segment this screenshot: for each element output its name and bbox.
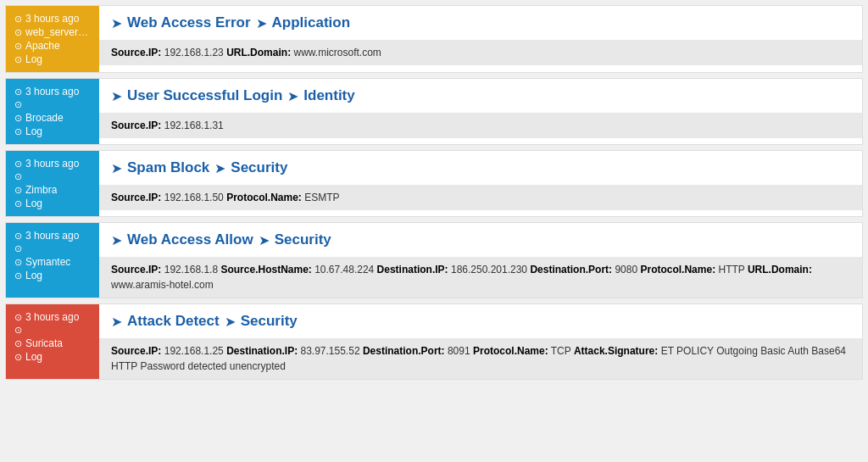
event-content: ➤ Web Access Allow ➤ Security Source.IP:… [99,223,862,298]
app-icon: ⊙ [14,257,22,268]
title-arrow-1: ➤ [111,232,122,248]
log-label: Log [25,351,42,363]
title-arrow-2: ➤ [287,88,298,104]
event-row[interactable]: ⊙3 hours ago⊙⊙Suricata⊙Log ➤ Attack Dete… [5,303,863,380]
sidebar-log: ⊙Log [14,198,91,209]
event-title-category: Identity [303,87,354,104]
field-label: Destination.Port: [530,264,612,276]
event-title-main: Spam Block [127,159,209,176]
event-detail-bar: Source.IP: 192.168.1.50 Protocol.Name: E… [99,185,862,210]
log-icon: ⊙ [14,270,22,281]
event-sidebar: ⊙3 hours ago⊙⊙Suricata⊙Log [6,304,99,379]
event-row[interactable]: ⊙3 hours ago⊙⊙Zimbra⊙Log ➤ Spam Block ➤ … [5,150,863,217]
field-value: ESMTP [304,192,339,203]
event-title-main: Attack Detect [127,313,220,330]
log-icon: ⊙ [14,198,22,209]
clock-icon: ⊙ [14,14,22,25]
title-arrow-2: ➤ [259,232,270,248]
app-icon: ⊙ [14,41,22,52]
event-detail-bar: Source.IP: 192.168.1.25 Destination.IP: … [99,338,862,379]
log-icon: ⊙ [14,352,22,363]
field-label: Source.HostName: [220,264,311,276]
event-title-category: Security [231,159,287,176]
event-title-bar[interactable]: ➤ User Successful Login ➤ Identity [99,79,862,113]
field-label: Source.IP: [111,345,161,357]
sidebar-time: ⊙3 hours ago [14,230,91,242]
title-arrow-1: ➤ [111,314,122,330]
field-label: URL.Domain: [748,264,812,276]
clock-icon: ⊙ [14,231,22,242]
title-arrow-2: ➤ [225,314,236,330]
event-row[interactable]: ⊙3 hours ago⊙⊙Brocade⊙Log ➤ User Success… [5,78,863,145]
event-detail-bar: Source.IP: 192.168.1.31 [99,113,862,138]
source-icon: ⊙ [14,243,22,254]
event-title-bar[interactable]: ➤ Spam Block ➤ Security [99,151,862,185]
event-content: ➤ Web Access Error ➤ Application Source.… [99,6,862,72]
field-value: www.aramis-hotel.com [111,279,214,291]
sidebar-app: ⊙Suricata [14,337,91,349]
event-title-bar[interactable]: ➤ Web Access Error ➤ Application [99,6,862,40]
sidebar-log: ⊙Log [14,53,91,65]
sidebar-log: ⊙Log [14,351,91,363]
field-value: 192.168.1.23 [164,47,224,58]
event-list: ⊙3 hours ago⊙web_server_mas⊙Apache⊙Log ➤… [0,0,868,385]
source-icon: ⊙ [14,99,22,110]
sidebar-app: ⊙Symantec [14,256,91,268]
source-icon: ⊙ [14,27,22,38]
event-sidebar: ⊙3 hours ago⊙⊙Zimbra⊙Log [6,151,99,216]
field-label: Destination.Port: [363,345,445,357]
event-content: ➤ User Successful Login ➤ Identity Sourc… [99,79,862,144]
event-row[interactable]: ⊙3 hours ago⊙⊙Symantec⊙Log ➤ Web Access … [5,222,863,298]
clock-icon: ⊙ [14,86,22,97]
field-label: Source.IP: [111,264,161,276]
sidebar-log: ⊙Log [14,270,91,281]
field-label: Protocol.Name: [473,345,548,357]
event-time: 3 hours ago [25,230,79,242]
field-label: Source.IP: [111,192,161,203]
app-name: Brocade [25,112,64,124]
event-time: 3 hours ago [25,86,79,97]
title-arrow-1: ➤ [111,15,122,31]
event-content: ➤ Attack Detect ➤ Security Source.IP: 19… [99,304,862,379]
field-value: 9080 [615,264,637,276]
app-name: Apache [25,40,60,52]
event-title-main: Web Access Allow [127,231,253,248]
event-title-category: Security [275,231,331,248]
field-value: 83.97.155.52 [300,345,359,357]
field-value: 192.168.1.50 [164,192,224,203]
event-detail-bar: Source.IP: 192.168.1.23 URL.Domain: www.… [99,40,862,65]
event-time: 3 hours ago [25,311,79,323]
event-title-bar[interactable]: ➤ Attack Detect ➤ Security [99,304,862,338]
event-title-main: Web Access Error [127,14,251,31]
field-label: Source.IP: [111,47,161,58]
event-sidebar: ⊙3 hours ago⊙web_server_mas⊙Apache⊙Log [6,6,99,72]
field-label: Protocol.Name: [640,264,715,276]
field-value: TCP [551,345,571,357]
app-icon: ⊙ [14,338,22,349]
app-name: Suricata [25,337,63,349]
field-label: Destination.IP: [226,345,298,357]
log-label: Log [25,198,42,209]
field-value: 192.168.1.31 [164,120,224,131]
sidebar-source: ⊙ [14,99,91,110]
clock-icon: ⊙ [14,312,22,323]
log-icon: ⊙ [14,54,22,65]
event-row[interactable]: ⊙3 hours ago⊙web_server_mas⊙Apache⊙Log ➤… [5,5,863,73]
event-title-category: Application [272,14,351,31]
event-title-bar[interactable]: ➤ Web Access Allow ➤ Security [99,223,862,257]
log-label: Log [25,270,42,281]
event-sidebar: ⊙3 hours ago⊙⊙Symantec⊙Log [6,223,99,298]
source-icon: ⊙ [14,171,22,182]
source-name: web_server_mas [25,26,91,38]
field-label: Source.IP: [111,120,161,131]
app-name: Symantec [25,256,70,268]
field-value: 10.67.48.224 [314,264,374,276]
field-value: HTTP [718,264,744,276]
sidebar-time: ⊙3 hours ago [14,311,91,323]
event-sidebar: ⊙3 hours ago⊙⊙Brocade⊙Log [6,79,99,144]
field-label: Attack.Signature: [574,345,658,357]
sidebar-time: ⊙3 hours ago [14,86,91,97]
field-value: 8091 [448,345,470,357]
sidebar-log: ⊙Log [14,125,91,137]
event-detail-bar: Source.IP: 192.168.1.8 Source.HostName: … [99,257,862,298]
